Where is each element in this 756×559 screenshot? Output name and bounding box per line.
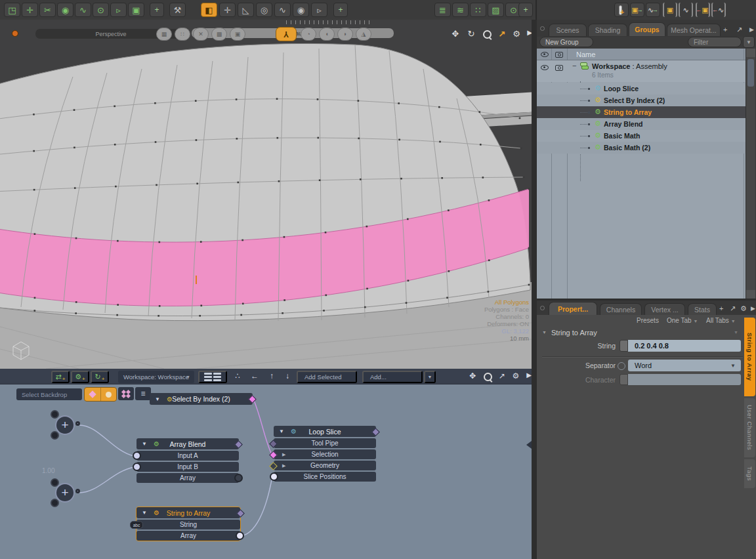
add-tab-icon[interactable]: +: [723, 26, 727, 33]
list-item-workspace[interactable]: − Workspace : Assembly 6 Items: [537, 60, 746, 82]
string-value-input[interactable]: 0.2 0.4 0.8: [628, 340, 741, 352]
panel-more-icon[interactable]: ▶: [749, 26, 754, 33]
input-b-connector[interactable]: [133, 463, 141, 471]
select-backdrop-button[interactable]: Select Backdrop: [16, 388, 82, 400]
node-basic-math-add[interactable]: +: [55, 415, 75, 435]
character-value-input[interactable]: [628, 374, 741, 385]
rotate-view-icon[interactable]: ◎: [256, 3, 272, 17]
collapse-icon[interactable]: ▼: [142, 510, 147, 516]
separator-channel-toggle[interactable]: [618, 362, 625, 370]
component-move-icon[interactable]: ✛: [219, 3, 236, 17]
tab-scenes[interactable]: Scenes: [549, 24, 587, 36]
filter-funnel-icon[interactable]: ▼: [743, 36, 755, 48]
axis-overlay-toggle-icon[interactable]: Y: [276, 27, 297, 41]
tool-inspector-icon[interactable]: ⚒: [169, 3, 186, 17]
points-icon[interactable]: ∷: [470, 3, 486, 17]
mirror-toggle-icon[interactable]: ◗: [337, 28, 353, 41]
panel-splitter-handle[interactable]: [526, 441, 532, 449]
add-mode-button[interactable]: +: [333, 3, 348, 17]
radial-tool-icon[interactable]: ⊙: [93, 3, 109, 17]
export-channel-icon[interactable]: ∿→: [646, 3, 660, 17]
list-item-basic-math-2[interactable]: ⚙ Basic Math (2): [537, 142, 746, 154]
camera-icon[interactable]: [555, 65, 563, 71]
shading-toggle-texture-icon[interactable]: ▣: [230, 28, 245, 41]
reference-item-icon[interactable]: ▣: [663, 3, 677, 17]
shading-toggle-vertex-icon[interactable]: ∷: [175, 28, 190, 41]
render-column-camera-icon[interactable]: [555, 52, 563, 58]
collapse-icon[interactable]: ▼: [279, 428, 284, 434]
curve-tool-icon[interactable]: ∿: [75, 3, 91, 17]
slice-positions-connector[interactable]: [270, 472, 278, 481]
polygon-select-icon[interactable]: ◺: [238, 3, 254, 17]
new-group-button[interactable]: New Group: [539, 37, 593, 47]
add-item-mouse-icon[interactable]: +: [614, 3, 629, 17]
input-a-connector[interactable]: [133, 451, 141, 460]
viewport-state-dot[interactable]: [12, 30, 18, 37]
list-item-array-blend[interactable]: ⚙ Array Blend: [537, 118, 746, 130]
node-select-by-index[interactable]: ▼ ⚙ Select By Index (2): [150, 393, 253, 406]
list-scrollbar[interactable]: [746, 49, 755, 299]
matcap-toggle-icon[interactable]: ◮: [356, 28, 371, 41]
side-tab-string-to-array[interactable]: String to Array: [744, 318, 755, 396]
shading-toggle-wire-icon[interactable]: ▦: [156, 28, 172, 41]
add-tool-button[interactable]: +: [150, 3, 164, 17]
visibility-column-eye-icon[interactable]: [541, 52, 549, 57]
item-mode-icon[interactable]: ◳: [4, 3, 20, 17]
filter-input[interactable]: Filter: [688, 37, 742, 47]
list-item-string-to-array[interactable]: ⚙ String to Array: [537, 106, 746, 118]
all-tabs-dropdown[interactable]: All Tabs ▼: [706, 317, 736, 324]
tab-channels[interactable]: Channels: [600, 303, 642, 315]
snapshot-icon[interactable]: ◉: [293, 3, 309, 17]
shading-toggle-ghost-icon[interactable]: ✕: [193, 28, 209, 41]
tab-properties[interactable]: Propert...: [549, 302, 597, 315]
item-select-mode-icon[interactable]: ◧: [201, 3, 217, 17]
separator-dropdown[interactable]: Word ▼: [628, 360, 741, 371]
tab-stats[interactable]: Stats: [688, 303, 717, 315]
tab-shading[interactable]: Shading: [588, 24, 627, 36]
presets-label[interactable]: Presets: [637, 317, 659, 324]
reference-channel-icon[interactable]: ∿: [679, 3, 693, 17]
expand-panel-icon[interactable]: ↗: [730, 304, 736, 313]
maximize-viewport-icon[interactable]: ↗: [495, 29, 509, 39]
pan-view-icon[interactable]: ✥: [449, 29, 462, 39]
shading-toggle-shade-icon[interactable]: ▩: [211, 28, 227, 41]
image-icon[interactable]: ▨: [488, 3, 504, 17]
side-tab-user-channels[interactable]: User Channels: [744, 398, 755, 457]
scrollbar-top-button[interactable]: [746, 49, 755, 57]
tab-mesh-operations[interactable]: Mesh Operat...: [667, 24, 721, 36]
rotate-view-icon[interactable]: ↻: [465, 29, 478, 39]
abc-string-connector[interactable]: abc: [130, 521, 143, 529]
tab-vertex-map[interactable]: Vertex ...: [644, 303, 685, 315]
tab-groups[interactable]: Groups: [629, 22, 665, 36]
list-item-loop-slice[interactable]: ⚙ Loop Slice: [537, 83, 746, 94]
math-output-connector[interactable]: [75, 421, 80, 426]
collapse-icon[interactable]: ▼: [142, 441, 147, 447]
link-style-button[interactable]: ≡: [135, 387, 151, 400]
array-output-connector[interactable]: [236, 531, 244, 540]
viewport-settings-icon[interactable]: ⚙: [510, 29, 523, 39]
collapse-handle[interactable]: −: [572, 62, 576, 70]
node-array-blend[interactable]: ▼ ⚙ Array Blend Input A Input B Array: [136, 438, 239, 484]
multi-connector-button[interactable]: [118, 387, 134, 400]
layers-icon[interactable]: ≋: [452, 3, 469, 17]
falloff-icon[interactable]: ∿: [274, 3, 291, 17]
expand-panel-icon[interactable]: ↗: [736, 26, 742, 34]
preview-tool-icon[interactable]: ▣: [128, 3, 144, 17]
side-tab-tags[interactable]: Tags: [744, 459, 755, 488]
backdrop-toggle-icon[interactable]: ◖: [319, 28, 335, 41]
vertical-splitter[interactable]: [532, 20, 537, 559]
node-string-to-array[interactable]: ▼ ⚙ String to Array String abc Array: [136, 507, 241, 541]
scrollbar-thumb[interactable]: [747, 59, 754, 87]
camera-tool-icon[interactable]: ◉: [57, 3, 74, 17]
import-item-icon[interactable]: ←▣: [696, 3, 710, 17]
move-tool-icon[interactable]: ✛: [22, 3, 38, 17]
import-channel-icon[interactable]: ←∿: [711, 3, 726, 17]
play-tool-icon[interactable]: ▹: [110, 3, 127, 17]
eye-icon[interactable]: [541, 65, 549, 70]
action-center-icon[interactable]: ▹: [311, 3, 327, 17]
panel-settings-gear-icon[interactable]: ⚙: [740, 304, 747, 313]
diamond-style-button[interactable]: [85, 388, 101, 401]
list-item-select-by-index[interactable]: ⚙ Select By Index (2): [537, 94, 746, 106]
cut-tool-icon[interactable]: ✂: [39, 3, 56, 17]
figure-overlay-toggle-icon[interactable]: ◔: [301, 28, 316, 41]
